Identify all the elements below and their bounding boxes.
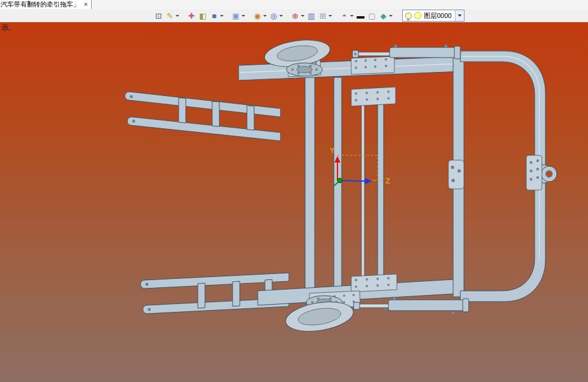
bottom-cylinder	[354, 297, 469, 315]
face-style-icon: ◧	[198, 11, 207, 20]
pen-style-icon-button[interactable]: ✎	[165, 11, 180, 21]
line-width-icon: ▬	[356, 11, 365, 20]
light-bulb-icon	[405, 13, 412, 19]
render-sphere-icon-button[interactable]: ◓	[339, 11, 354, 21]
dropdown-caret-icon[interactable]	[176, 15, 179, 17]
layer-combobox[interactable]: 图层0000	[402, 10, 465, 22]
dropdown-caret-icon[interactable]	[279, 15, 283, 17]
dropdown-caret-icon[interactable]	[328, 15, 332, 17]
layer-dropdown-arrow-icon[interactable]	[455, 10, 464, 21]
grid-plane-icon: ⊞	[318, 11, 327, 20]
line-width-icon-button[interactable]: ▬	[355, 11, 366, 21]
open-drawing-icon: ⊡	[154, 11, 163, 20]
document-tab-title: 动汽车带有翻转的牵引拖车」	[0, 0, 80, 9]
z-axis-arrow-icon	[365, 178, 372, 184]
material-view-icon: ◆	[379, 11, 388, 20]
axis-z-label: Z	[385, 176, 390, 185]
main-toolbar: ⊡✎✚◧■▣◉◎⊕▥⊞◓▬▢◆ 图层0000	[0, 9, 588, 23]
trailer-frame-model	[125, 37, 557, 336]
toolbar-icons: ⊡✎✚◧■▣◉◎⊕▥⊞◓▬▢◆	[153, 11, 394, 21]
pin-tool-icon: ✚	[187, 11, 196, 20]
solid-cube-icon-button[interactable]: ■	[209, 11, 224, 21]
dropdown-caret-icon[interactable]	[301, 15, 304, 17]
display-box-icon: ▣	[231, 11, 240, 20]
face-style-icon-button[interactable]: ◧	[198, 11, 208, 21]
color-wheel-icon-button[interactable]: ◉	[252, 11, 267, 21]
document-tab[interactable]: 动汽车带有翻转的牵引拖车」 ×	[0, 0, 92, 9]
dropdown-caret-icon[interactable]	[242, 15, 245, 17]
origin-point-icon	[337, 178, 342, 183]
grid-plane-icon-button[interactable]: ⊞	[318, 11, 333, 21]
top-cylinder	[352, 45, 460, 59]
layer-color-icon	[414, 12, 421, 19]
image-icon-button[interactable]: ▥	[306, 11, 316, 21]
material-view-icon-button[interactable]: ◆	[378, 11, 393, 21]
color-swatch-icon: ▢	[367, 11, 376, 20]
pin-tool-icon-button[interactable]: ✚	[186, 11, 197, 21]
color-swatch-icon-button[interactable]: ▢	[367, 11, 377, 21]
tab-close-icon[interactable]: ×	[84, 1, 88, 8]
dropdown-caret-icon[interactable]	[389, 15, 393, 17]
open-drawing-icon-button[interactable]: ⊡	[153, 11, 164, 21]
image-icon: ▥	[307, 11, 316, 20]
target-icon-button[interactable]: ⊕	[290, 11, 305, 21]
render-sphere-icon: ◓	[340, 11, 349, 20]
pen-style-icon: ✎	[165, 11, 174, 20]
document-tab-bar: 动汽车带有翻转的牵引拖车」 ×	[0, 0, 588, 10]
zoom-icon: ◎	[269, 11, 278, 20]
dropdown-caret-icon[interactable]	[263, 15, 267, 17]
solid-cube-icon: ■	[210, 11, 219, 20]
layer-name-label: 图层0000	[424, 11, 451, 20]
color-wheel-icon: ◉	[253, 11, 262, 20]
model-viewport[interactable]: 示.	[0, 22, 588, 382]
display-box-icon-button[interactable]: ▣	[231, 11, 246, 21]
zoom-icon-button[interactable]: ◎	[269, 11, 284, 21]
dropdown-caret-icon[interactable]	[220, 15, 224, 17]
dropdown-caret-icon[interactable]	[350, 15, 354, 17]
target-icon: ⊕	[291, 11, 300, 20]
axis-y-label: Y	[330, 146, 335, 155]
trailer-model-canvas[interactable]: Y Z	[0, 22, 588, 382]
